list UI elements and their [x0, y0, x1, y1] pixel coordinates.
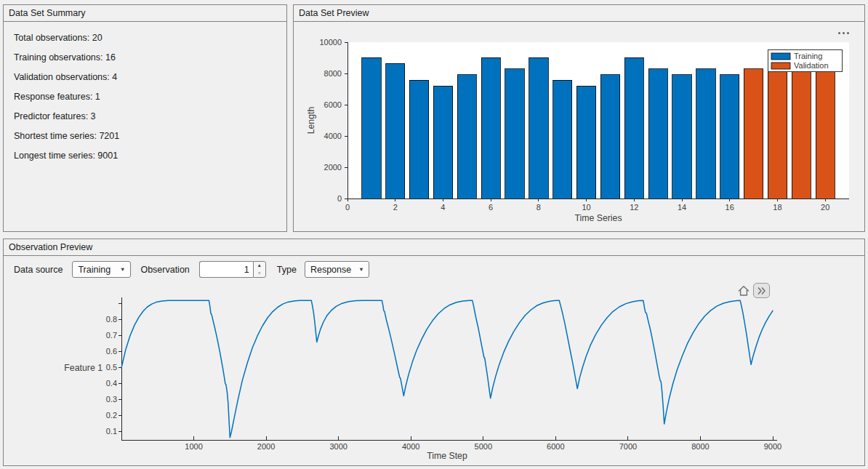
svg-text:6: 6 [489, 203, 493, 212]
summary-shortest-time-series: Shortest time series: 7201 [4, 127, 286, 146]
data-set-preview-title: Data Set Preview [294, 5, 864, 22]
svg-text:4000: 4000 [402, 442, 419, 451]
feature-line-chart: 1000200030004000500060007000800090000.10… [4, 255, 864, 466]
svg-text:18: 18 [773, 203, 781, 212]
svg-text:0: 0 [337, 194, 342, 203]
axes-toolbar [736, 283, 770, 298]
data-set-preview-panel: Data Set Preview 02468101214161820020004… [293, 4, 865, 232]
home-icon[interactable] [736, 284, 751, 298]
summary-validation-observations: Validation observations: 4 [4, 68, 286, 87]
svg-text:8000: 8000 [691, 442, 709, 451]
svg-text:3000: 3000 [329, 442, 347, 451]
svg-text:Length: Length [306, 107, 316, 135]
svg-text:Training: Training [794, 52, 822, 60]
toolbar-expand-icon[interactable] [753, 283, 770, 298]
svg-text:0: 0 [345, 203, 350, 212]
svg-text:14: 14 [678, 203, 686, 212]
svg-text:20: 20 [821, 203, 829, 212]
svg-text:0.2: 0.2 [106, 411, 117, 420]
svg-text:0.1: 0.1 [106, 427, 117, 436]
observation-preview-title: Observation Preview [4, 239, 864, 256]
svg-text:2000: 2000 [257, 442, 275, 451]
data-set-summary-list: Total observations: 20 Training observat… [4, 22, 286, 166]
app-window: { "colors": { "training_blue": "#0072BD"… [0, 0, 868, 469]
svg-text:0.4: 0.4 [106, 379, 117, 388]
data-set-summary-title: Data Set Summary [4, 5, 286, 22]
svg-text:0.3: 0.3 [106, 395, 117, 404]
svg-text:1000: 1000 [185, 442, 202, 451]
svg-text:9000: 9000 [764, 442, 781, 451]
svg-text:5000: 5000 [475, 442, 492, 451]
svg-text:Time Step: Time Step [427, 451, 467, 461]
svg-text:Feature 1: Feature 1 [64, 363, 103, 373]
svg-text:10: 10 [582, 203, 590, 212]
summary-total-observations: Total observations: 20 [4, 28, 286, 48]
length-bar-chart: 024681012141618200200040006000800010000T… [294, 21, 864, 232]
svg-text:6000: 6000 [547, 442, 564, 451]
summary-longest-time-series: Longest time series: 9001 [4, 146, 286, 166]
svg-text:8: 8 [537, 203, 541, 212]
summary-response-features: Response features: 1 [4, 87, 286, 107]
summary-training-observations: Training observations: 16 [4, 48, 286, 68]
svg-text:Validation: Validation [794, 61, 829, 70]
svg-text:10000: 10000 [319, 38, 342, 47]
svg-text:6000: 6000 [324, 100, 342, 109]
svg-text:0.5: 0.5 [106, 363, 117, 372]
svg-text:Time Series: Time Series [574, 213, 622, 223]
observation-preview-panel: Observation Preview Data source Training… [3, 238, 865, 466]
svg-text:8000: 8000 [324, 69, 342, 78]
svg-text:0.6: 0.6 [106, 347, 117, 356]
svg-text:2000: 2000 [324, 163, 342, 172]
svg-text:4000: 4000 [324, 132, 342, 140]
svg-text:2: 2 [393, 203, 398, 212]
svg-text:0.7: 0.7 [106, 331, 117, 340]
svg-text:4: 4 [441, 203, 445, 212]
svg-text:12: 12 [630, 203, 638, 212]
summary-predictor-features: Predictor features: 3 [4, 107, 286, 127]
data-set-summary-panel: Data Set Summary Total observations: 20 … [3, 4, 287, 232]
svg-text:7000: 7000 [619, 442, 637, 451]
svg-text:16: 16 [726, 203, 734, 212]
svg-text:0.8: 0.8 [106, 315, 117, 324]
